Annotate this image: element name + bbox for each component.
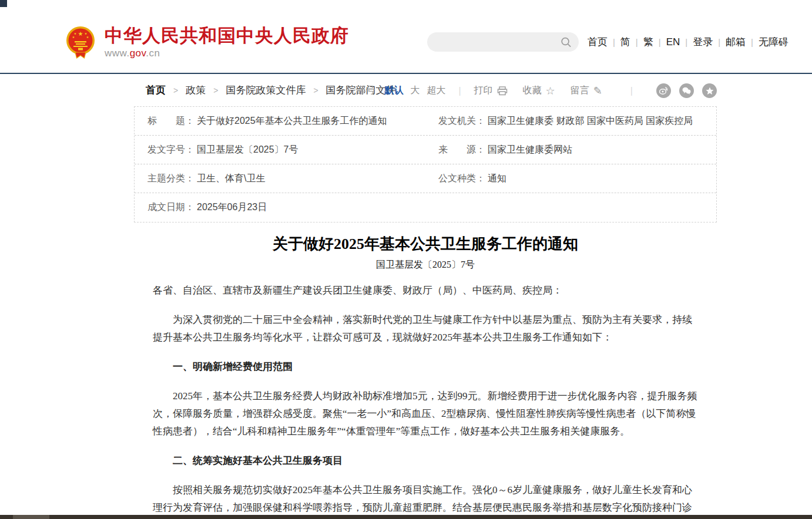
weibo-icon: [659, 87, 668, 95]
nav-accessibility[interactable]: 无障碍: [759, 35, 788, 49]
meta-row-date: 成文日期： 2025年06月23日: [135, 193, 716, 222]
font-size-large-button[interactable]: 大: [410, 85, 420, 97]
top-nav: 首页 | 简 | 繁 | EN | 登录 | 邮箱 | 无障碍: [588, 35, 788, 49]
nav-login[interactable]: 登录: [693, 35, 713, 49]
meta-value-date: 2025年06月23日: [197, 201, 267, 214]
breadcrumb-policy-library[interactable]: 国务院政策文件库: [226, 83, 306, 97]
nav-home[interactable]: 首页: [588, 35, 608, 49]
printer-icon: [497, 86, 508, 96]
favorite-button[interactable]: 收藏 ☆: [523, 85, 555, 97]
document-meta-table: 标 题： 关于做好2025年基本公共卫生服务工作的通知 发文机关： 国家卫生健康…: [134, 106, 717, 223]
svg-text:★: ★: [78, 31, 83, 37]
section-1-paragraph: 2025年，基本公共卫生服务经费人均财政补助标准增加5元，达到99元。新增经费用…: [153, 387, 698, 440]
nav-separator: |: [680, 37, 693, 47]
search-box[interactable]: [427, 32, 579, 52]
meta-value-doc-type: 通知: [488, 173, 506, 185]
nav-separator: |: [653, 37, 666, 47]
document-body: 各省、自治区、直辖市及新疆生产建设兵团卫生健康委、财政厅（局）、中医药局、疾控局…: [153, 282, 698, 519]
font-size-default-button[interactable]: 默认: [384, 85, 403, 97]
section-heading-1: 一、明确新增经费使用范围: [153, 358, 698, 376]
toolbar-divider: |: [630, 86, 633, 96]
meta-label-title: 标 题：: [147, 115, 194, 127]
nav-separator: |: [713, 37, 726, 47]
breadcrumb-separator: >: [206, 86, 226, 95]
breadcrumb-toolbar-row: 首页 > 政策 > 国务院政策文件库 > 国务院部门文件 字号： 默认 大 超大…: [134, 83, 717, 99]
nav-simplified[interactable]: 简: [620, 35, 630, 49]
comment-button[interactable]: 留言 ✎: [571, 85, 602, 97]
meta-row-category-type: 主题分类： 卫生、体育\卫生 公文种类： 通知: [135, 164, 716, 193]
nav-traditional[interactable]: 繁: [643, 35, 653, 49]
svg-text:★: ★: [86, 35, 89, 39]
nav-separator: |: [630, 37, 643, 47]
nav-separator: |: [746, 37, 759, 47]
meta-label-doc-type: 公文种类：: [438, 173, 485, 185]
wechat-icon: [682, 87, 691, 95]
national-emblem-icon: ★ ★ ★ ★ ★: [66, 26, 95, 59]
site-logo[interactable]: ★ ★ ★ ★ ★ 中华人民共和国中央人民政府 www.gov.cn: [66, 26, 349, 59]
meta-row-title-agency: 标 题： 关于做好2025年基本公共卫生服务工作的通知 发文机关： 国家卫生健康…: [135, 107, 716, 136]
site-header: ★ ★ ★ ★ ★ 中华人民共和国中央人民政府 www.gov.cn 首页 | …: [0, 0, 812, 74]
nav-mail[interactable]: 邮箱: [726, 35, 746, 49]
search-icon[interactable]: [561, 36, 572, 48]
logo-text: 中华人民共和国中央人民政府 www.gov.cn: [105, 26, 349, 59]
meta-value-source: 国家卫生健康委网站: [488, 144, 572, 156]
meta-label-source: 来 源：: [438, 144, 485, 156]
document-toolbar: 字号： 默认 大 超大 | 打印 收藏 ☆ 留言: [356, 83, 717, 98]
font-size-xlarge-button[interactable]: 超大: [427, 85, 445, 97]
meta-label-category: 主题分类：: [147, 173, 194, 185]
font-size-label: 字号：: [356, 85, 384, 97]
share-wechat-button[interactable]: [679, 83, 694, 98]
corner-decoration: [0, 0, 7, 7]
site-url: www.gov.cn: [105, 48, 349, 59]
meta-value-doc-number: 国卫基层发〔2025〕7号: [197, 144, 298, 156]
breadcrumb-separator: >: [306, 86, 326, 95]
meta-label-date: 成文日期：: [147, 201, 194, 214]
print-button[interactable]: 打印: [474, 85, 508, 97]
share-group: [648, 83, 717, 98]
breadcrumb-policy[interactable]: 政策: [186, 83, 206, 97]
site-title: 中华人民共和国中央人民政府: [105, 26, 349, 46]
nav-separator: |: [608, 37, 620, 47]
breadcrumb-separator: >: [166, 86, 186, 95]
section-heading-2: 二、统筹实施好基本公共卫生服务项目: [153, 452, 698, 470]
intro-paragraph: 为深入贯彻党的二十届三中全会精神，落实新时代党的卫生与健康工作方针中以基层为重点…: [153, 311, 698, 346]
document-number: 国卫基层发〔2025〕7号: [153, 259, 698, 271]
meta-label-issuing-agency: 发文机关：: [438, 115, 485, 127]
share-qzone-button[interactable]: [702, 83, 717, 98]
meta-value-issuing-agency: 国家卫生健康委 财政部 国家中医药局 国家疾控局: [488, 115, 693, 127]
breadcrumb-home[interactable]: 首页: [146, 83, 166, 97]
nav-english[interactable]: EN: [666, 36, 680, 48]
meta-row-number-source: 发文字号： 国卫基层发〔2025〕7号 来 源： 国家卫生健康委网站: [135, 136, 716, 164]
svg-text:★: ★: [72, 35, 75, 39]
star-icon: ☆: [546, 86, 555, 96]
meta-value-category: 卫生、体育\卫生: [197, 173, 265, 185]
pencil-icon: ✎: [593, 86, 602, 96]
qzone-star-icon: [706, 87, 714, 95]
footer-strip: [0, 515, 812, 519]
section-2-paragraph: 按照相关服务规范切实做好2025年基本公共卫生服务项目实施工作。强化0～6岁儿童…: [153, 481, 698, 519]
document-article: 关于做好2025年基本公共卫生服务工作的通知 国卫基层发〔2025〕7号 各省、…: [134, 234, 717, 519]
footer-strip-segment: [13, 515, 49, 519]
meta-value-title: 关于做好2025年基本公共卫生服务工作的通知: [197, 115, 387, 127]
salutation-paragraph: 各省、自治区、直辖市及新疆生产建设兵团卫生健康委、财政厅（局）、中医药局、疾控局…: [153, 282, 698, 299]
document-title: 关于做好2025年基本公共卫生服务工作的通知: [153, 234, 698, 254]
toolbar-divider: |: [458, 86, 461, 96]
search-input[interactable]: [427, 32, 561, 52]
meta-label-doc-number: 发文字号：: [147, 144, 194, 156]
share-weibo-button[interactable]: [656, 83, 671, 98]
